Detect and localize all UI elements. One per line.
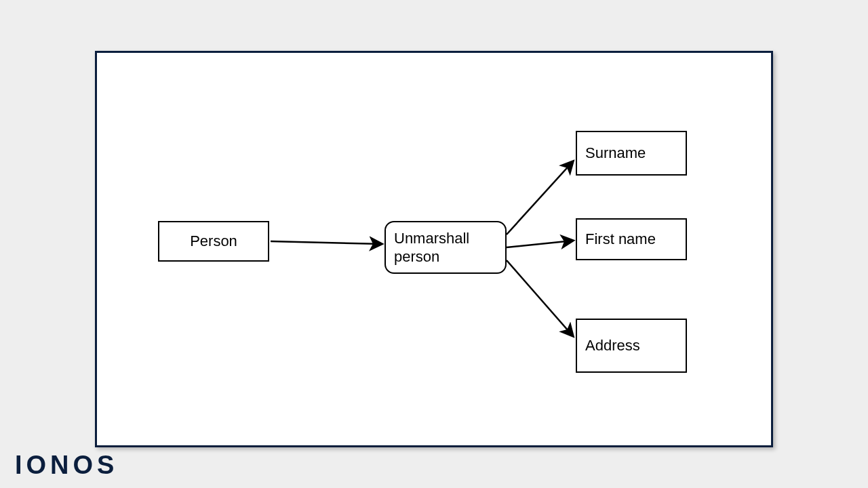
- svg-line-0: [271, 241, 382, 244]
- node-unmarshall-label: Unmarshall person: [394, 229, 497, 266]
- node-person: Person: [158, 221, 269, 262]
- svg-line-3: [507, 260, 573, 336]
- diagram-canvas: Person Unmarshall person Surname First n…: [95, 51, 773, 447]
- node-unmarshall: Unmarshall person: [384, 221, 507, 274]
- node-surname: Surname: [576, 131, 687, 176]
- node-address-label: Address: [585, 336, 640, 355]
- node-address: Address: [576, 319, 687, 373]
- node-firstname: First name: [576, 218, 687, 260]
- brand-logo: IONOS: [15, 451, 118, 480]
- svg-line-2: [507, 241, 573, 247]
- svg-line-1: [507, 161, 573, 235]
- node-surname-label: Surname: [585, 144, 646, 163]
- node-person-label: Person: [190, 232, 237, 251]
- node-firstname-label: First name: [585, 230, 656, 249]
